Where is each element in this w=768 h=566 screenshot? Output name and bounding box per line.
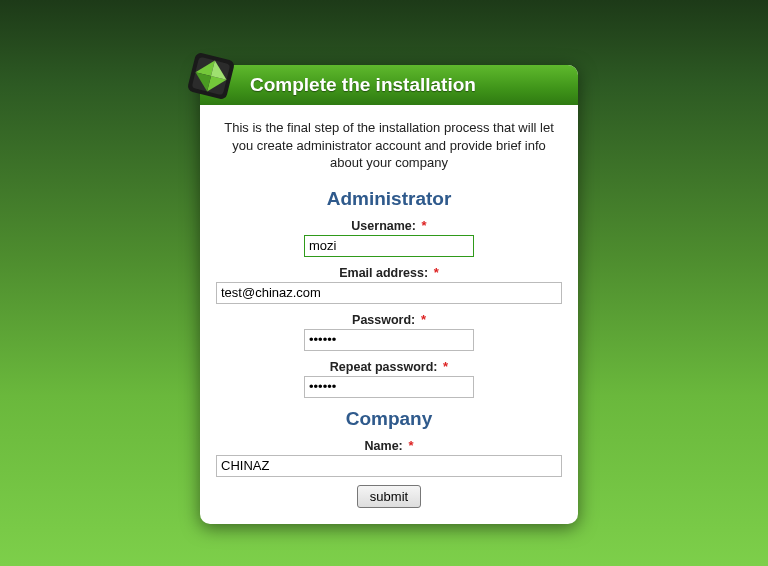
username-input[interactable] (304, 235, 474, 257)
company-name-input[interactable] (216, 455, 562, 477)
repeat-password-field: Repeat password: * (200, 359, 578, 374)
app-logo-icon (182, 47, 240, 105)
description-text: This is the final step of the installati… (200, 105, 578, 178)
username-label: Username: (351, 219, 416, 233)
page-title: Complete the installation (250, 74, 476, 96)
install-card: Complete the installation This is the fi… (200, 65, 578, 524)
password-input[interactable] (304, 329, 474, 351)
repeat-password-label: Repeat password: (330, 360, 438, 374)
company-name-field: Name: * (200, 438, 578, 453)
repeat-password-input[interactable] (304, 376, 474, 398)
section-company: Company (200, 408, 578, 430)
password-field: Password: * (200, 312, 578, 327)
required-mark: * (422, 218, 427, 233)
email-field: Email address: * (200, 265, 578, 280)
section-administrator: Administrator (200, 188, 578, 210)
username-field: Username: * (200, 218, 578, 233)
company-name-label: Name: (365, 439, 403, 453)
required-mark: * (434, 265, 439, 280)
card-header: Complete the installation (200, 65, 578, 105)
required-mark: * (421, 312, 426, 327)
submit-button[interactable]: submit (357, 485, 421, 508)
email-label: Email address: (339, 266, 428, 280)
required-mark: * (408, 438, 413, 453)
required-mark: * (443, 359, 448, 374)
email-input[interactable] (216, 282, 562, 304)
password-label: Password: (352, 313, 415, 327)
